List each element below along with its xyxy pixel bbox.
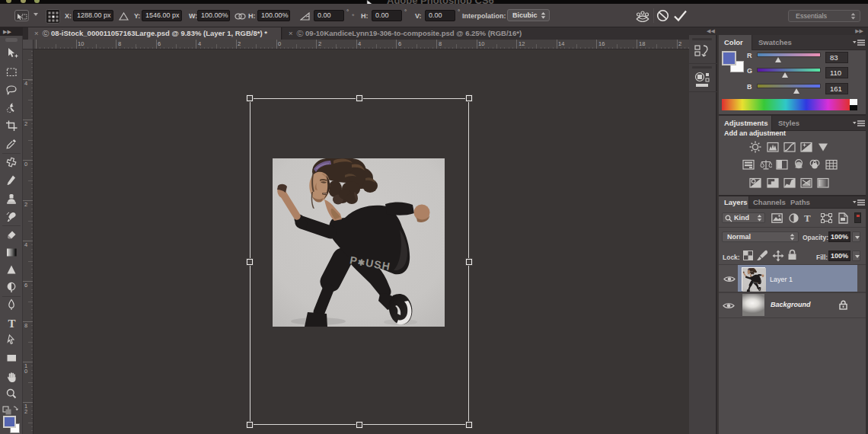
svg-text:T: T (8, 318, 15, 330)
